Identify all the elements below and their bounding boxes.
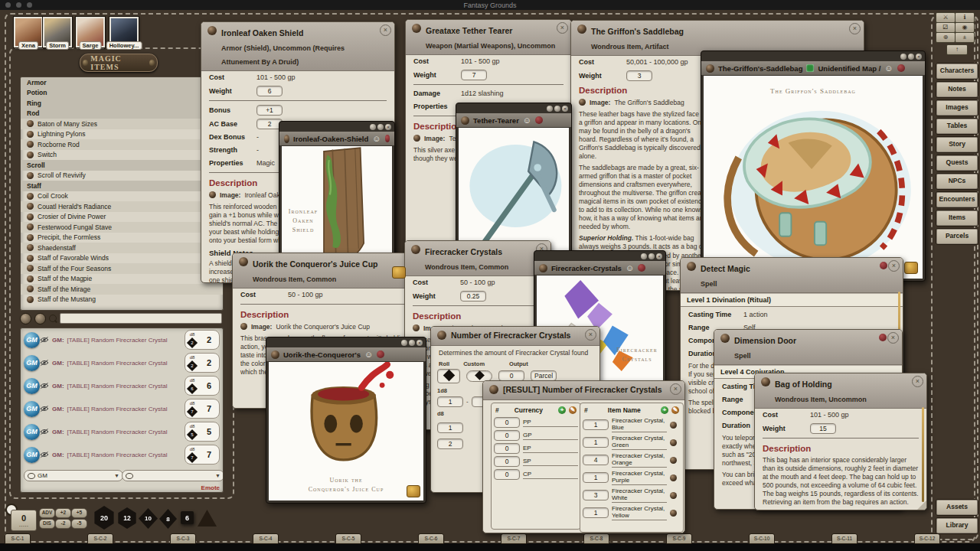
parcel-icon[interactable] <box>392 266 406 279</box>
close-icon[interactable]: × <box>912 376 923 387</box>
list-header[interactable]: Staff <box>21 181 223 191</box>
d10-die[interactable]: 10 <box>139 508 158 529</box>
item-orb-icon[interactable] <box>437 331 446 340</box>
weight-box[interactable]: 3 <box>626 70 652 81</box>
list-header[interactable]: Potion <box>21 88 223 99</box>
imagewindow-uorik-juice-cup[interactable]: × Uorik-the-Conqueror's ☺ Uorik theConqu… <box>266 337 426 504</box>
tab-s-c-12[interactable]: S-C-12 <box>914 533 940 544</box>
sidebar-item-quests[interactable]: Quests <box>936 155 978 171</box>
list-item[interactable]: Festerwood Fungal Stave <box>21 222 223 233</box>
sidebar-item-characters[interactable]: Characters <box>936 63 978 80</box>
table-row-number[interactable]: 1 <box>437 422 463 433</box>
window-titlebar[interactable]: Ironleaf Oaken Shield Armor (Shield), Un… <box>201 22 394 71</box>
sidebar-item-npcs[interactable]: NPCs <box>936 173 978 190</box>
close-icon[interactable]: × <box>380 24 391 36</box>
modifier-box[interactable]: 0 <box>11 510 37 531</box>
filter-button[interactable] <box>34 313 46 324</box>
edit-icon[interactable]: ✎ <box>671 406 679 414</box>
dice-result-chip[interactable]: d822 <box>185 330 220 350</box>
d12-die[interactable]: 12 <box>117 507 137 529</box>
sidebar-item-tables[interactable]: Tables <box>936 118 978 135</box>
list-item[interactable]: Staff of the Magpie <box>21 274 223 285</box>
close-icon[interactable]: × <box>416 340 423 346</box>
identity-smiley-icon[interactable]: ☺ <box>884 64 893 73</box>
sidebar-item-library[interactable]: Library <box>936 517 978 534</box>
tab-s-c-6[interactable]: S-C-6 <box>418 533 444 544</box>
list-item[interactable]: Precipit, the Formless <box>21 233 223 243</box>
identify-tool-icon[interactable]: ℹ <box>955 12 975 23</box>
zoom-icon[interactable] <box>648 253 655 259</box>
tab-s-c-2[interactable]: S-C-2 <box>87 533 113 544</box>
qty-box[interactable]: 0 <box>494 443 520 454</box>
close-icon[interactable]: × <box>557 22 568 34</box>
qty-box[interactable]: 1 <box>583 472 609 483</box>
sidebar-item-assets[interactable]: Assets <box>936 499 978 516</box>
list-item[interactable]: Shaedenstaff <box>21 243 223 253</box>
item-orb-icon[interactable] <box>706 64 714 73</box>
minus5-button[interactable]: -5 <box>71 519 87 529</box>
item-orb-icon[interactable] <box>207 26 217 35</box>
window-titlebar[interactable]: Firecracker-Crystals ☺ <box>534 261 665 275</box>
window-result-firecracker-crystals[interactable]: [RESULT] Number of Firecracker Crystals … <box>482 380 685 533</box>
identity-smiley-icon[interactable]: ☺ <box>626 263 634 272</box>
item-row[interactable]: 4Firecracker Crystal, Orange <box>583 452 681 468</box>
pan-icon[interactable] <box>547 106 553 112</box>
close-icon[interactable]: × <box>585 329 596 341</box>
roll-button[interactable] <box>437 369 460 383</box>
parcel-icon[interactable] <box>407 485 420 497</box>
item-orb-icon[interactable] <box>239 257 248 266</box>
list-item[interactable]: Staff of the Four Seasons <box>21 263 223 274</box>
item-row[interactable]: 1Firecracker Crystal, Green <box>583 435 681 450</box>
close-icon[interactable]: × <box>670 383 681 395</box>
close-icon[interactable]: × <box>916 54 922 60</box>
dis-button[interactable]: DIS <box>39 519 55 529</box>
list-header[interactable]: Scroll <box>21 160 223 171</box>
item-orb-icon[interactable] <box>670 492 677 499</box>
identity-smiley-icon[interactable]: ☺ <box>364 350 373 359</box>
tab-s-c-7[interactable]: S-C-7 <box>501 533 527 544</box>
search-input[interactable] <box>60 313 222 324</box>
dice-result-chip[interactable]: d822 <box>185 353 220 373</box>
identity-smiley-icon[interactable]: ☺ <box>523 116 531 125</box>
window-titlebar[interactable]: Bag of Holding Wondrous Item, Uncommon × <box>755 373 926 409</box>
window-titlebar[interactable]: Number of Firecracker Crystals × <box>431 327 599 346</box>
list-item[interactable]: Switch <box>21 150 223 161</box>
item-orb-icon[interactable] <box>670 439 677 446</box>
resize-handle[interactable] <box>917 500 926 510</box>
window-titlebar[interactable]: Ironleaf-Oaken-Shield ☺ <box>279 132 394 145</box>
window-titlebar[interactable]: Greataxe Tether Tearer Weapon (Martial W… <box>406 20 571 55</box>
item-orb-icon[interactable] <box>670 422 677 429</box>
pan-icon[interactable] <box>900 54 906 60</box>
range-from-box[interactable]: 1 <box>437 396 463 407</box>
item-row[interactable]: 1Firecracker Crystal, Yellow <box>583 505 681 520</box>
token-icon[interactable] <box>377 350 384 358</box>
d8-die[interactable]: 8 <box>159 509 177 529</box>
identity-smiley-icon[interactable]: ☺ <box>372 134 381 143</box>
pan-icon[interactable] <box>641 253 647 259</box>
weight-box[interactable]: 15 <box>810 423 836 434</box>
tokens-tool-icon[interactable]: ◉ <box>955 22 975 33</box>
sidebar-item-images[interactable]: Images <box>936 99 978 116</box>
item-orb-icon[interactable] <box>412 24 421 33</box>
identified-icon[interactable] <box>806 64 814 72</box>
image-canvas[interactable]: Uorik theConqueror's Juice Cup <box>269 362 423 500</box>
zoom-icon[interactable] <box>409 340 415 346</box>
item-orb-icon[interactable] <box>670 457 677 464</box>
item-orb-icon[interactable] <box>489 385 498 394</box>
plus5-button[interactable]: +5 <box>71 508 87 518</box>
add-icon[interactable]: + <box>661 406 668 414</box>
tab-s-c-8[interactable]: S-C-8 <box>583 533 609 544</box>
table-row-number[interactable]: 2 <box>437 439 463 449</box>
token-icon[interactable] <box>385 135 390 142</box>
chat-identity-select[interactable]: GM▼ <box>24 470 123 481</box>
edit-icon[interactable]: ✎ <box>569 406 577 414</box>
list-item[interactable]: Baton of Many Sizes <box>21 119 223 129</box>
list-item[interactable]: Lightning Pylons <box>21 129 223 140</box>
parcel-icon[interactable] <box>904 262 918 274</box>
tab-s-c-3[interactable]: S-C-3 <box>170 533 196 544</box>
list-item[interactable]: Crosier of Divine Power <box>21 212 223 223</box>
item-row[interactable]: 1Firecracker Crystal, Purple <box>583 470 681 485</box>
window-titlebar[interactable]: Detect Magic Spell × <box>681 258 903 293</box>
item-orb-icon[interactable] <box>761 377 770 386</box>
dice-result-chip[interactable]: d855 <box>185 422 220 442</box>
